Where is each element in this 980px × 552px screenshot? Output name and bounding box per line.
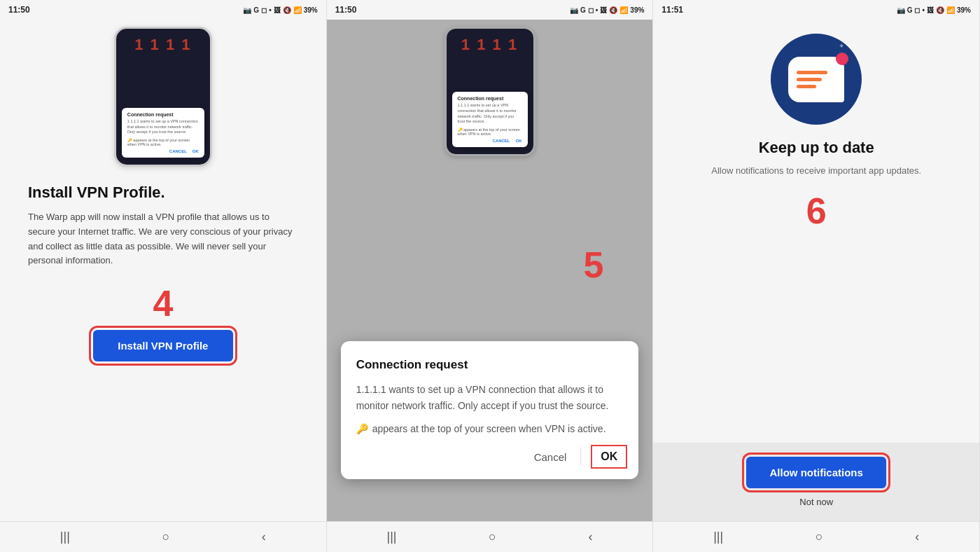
image-icon: 🖼 [274,6,281,14]
install-btn-wrapper: Install VPN Profile [28,330,298,361]
time-3: 11:51 [662,5,683,15]
inner-dialog-title-1: Connection request [127,112,199,117]
phone-inner-dialog-1: Connection request 1.1.1.1 wants to set … [122,108,204,158]
notification-icon: ✦ ✦ [771,34,862,125]
status-icons-2: 📷 G ◻ • 🖼 🔇 📶 39% [570,6,644,14]
inner-dialog-key-1: 🔑 appears at the top of your screen when… [127,138,199,146]
dot-icon-3: ◻ [914,6,920,14]
phone-mockup-1: 1 1 1 1 Connection request 1.1.1.1 wants… [114,27,212,167]
panel1-text: Install VPN Profile. The Warp app will n… [21,184,305,361]
notif-line-1 [797,71,827,74]
not-now-button[interactable]: Not now [799,497,833,507]
signal-icon-2: 📶 [620,6,628,14]
mute-icon-2: 🔇 [609,6,617,14]
panel-3: 11:51 📷 G ◻ • 🖼 🔇 📶 39% [653,0,980,552]
notif-bubble [788,57,844,102]
panel-2: 11:50 📷 G ◻ • 🖼 🔇 📶 39% 1 1 1 1 Connecti… [327,0,654,552]
image-icon-3: 🖼 [927,6,934,14]
status-icons-1: 📷 G ◻ • 🖼 🔇 📶 39% [243,6,317,14]
phone-mockup-2: 1 1 1 1 Connection request 1.1.1.1 wants… [444,27,536,156]
camera-icon: 📷 [243,6,251,14]
square-icon: ◻ [261,6,267,14]
inner-dialog-key-2: 🔑 appears at the top of your screen when… [458,127,522,136]
panel1-content: 1 1 1 1 Connection request 1.1.1.1 wants… [0,20,326,521]
notif-line-3 [797,85,816,88]
image-icon-2: 🖼 [600,6,607,14]
modal-title: Connection request [356,358,624,372]
mute-icon: 🔇 [283,6,291,14]
modal-cancel-button[interactable]: Cancel [534,451,567,463]
nav-back-3[interactable]: ‹ [915,530,919,544]
install-vpn-button[interactable]: Install VPN Profile [93,330,233,361]
bullet-3: • [922,6,925,14]
inner-cancel-2: Cancel [493,139,510,143]
panel3-content: ✦ ✦ Keep up to date Allow notifications … [653,20,979,443]
notif-dot [836,53,848,65]
modal-body: 1.1.1.1 wants to set up a VPN connection… [356,382,624,413]
status-bar-3: 11:51 📷 G ◻ • 🖼 🔇 📶 39% [653,0,979,20]
nav-bar-1: ||| ○ ‹ [0,521,326,552]
g-icon-2: G [580,6,586,14]
status-bar-2: 11:50 📷 G ◻ • 🖼 🔇 📶 39% [327,0,653,20]
g-icon: G [253,6,259,14]
status-bar-1: 11:50 📷 G ◻ • 🖼 🔇 📶 39% [0,0,326,20]
step-number-6: 6 [806,190,827,232]
install-desc: The Warp app will now install a VPN prof… [28,210,298,268]
signal-icon-3: 📶 [946,6,955,14]
notif-circle: ✦ ✦ [771,34,862,125]
modal-key-row: 🔑 appears at the top of your screen when… [356,423,624,434]
step-number-5: 5 [583,244,603,286]
g-icon-3: G [907,6,913,14]
modal-ok-button[interactable]: OK [595,449,623,464]
nav-back-1[interactable]: ‹ [262,530,266,544]
screen-digits-2: 1 1 1 1 [447,36,533,54]
battery-3: 39% [957,6,971,14]
nav-menu-1[interactable]: ||| [60,530,70,544]
inner-ok-1: OK [192,149,199,153]
modal-key-text: appears at the top of your screen when V… [372,423,606,434]
panel2-screen: 1 1 1 1 Connection request 1.1.1.1 wants… [327,20,653,521]
keep-updated-desc: Allow notifications to receive important… [711,164,921,179]
key-icon: 🔑 [356,423,368,434]
dot-icon: • [269,6,272,14]
notif-bubble-wrapper [788,57,844,102]
inner-dialog-body-2: 1.1.1.1 wants to set up a VPN connection… [458,103,522,125]
signal-icon: 📶 [293,6,302,14]
battery-1: 39% [304,6,318,14]
inner-cancel-1: CANCEL [169,149,187,153]
notif-line-2 [797,78,822,81]
modal-divider [580,448,581,465]
phone-screen-1: 1 1 1 1 Connection request 1.1.1.1 wants… [116,29,210,165]
camera-icon-2: 📷 [570,6,578,14]
nav-back-2[interactable]: ‹ [589,530,593,544]
nav-menu-3[interactable]: ||| [713,530,723,544]
panel-1: 11:50 📷 G ◻ • 🖼 🔇 📶 39% 1 1 1 1 Connecti… [0,0,327,552]
square-icon-2: ◻ [588,6,594,14]
allow-notifications-button[interactable]: Allow notifications [746,457,886,488]
dot-icon-2: • [596,6,598,14]
nav-home-1[interactable]: ○ [162,530,169,544]
time-1: 11:50 [8,5,30,15]
phone-inner-dialog-2: Connection request 1.1.1.1 wants to set … [452,92,528,147]
time-2: 11:50 [335,5,357,15]
inner-dialog-buttons-2: Cancel OK [458,139,522,143]
keep-updated-title: Keep up to date [759,139,874,157]
nav-menu-2[interactable]: ||| [386,530,396,544]
mute-icon-3: 🔇 [936,6,944,14]
stars-decoration: ✦ ✦ [839,42,852,50]
modal-buttons: Cancel OK [356,448,624,465]
connection-request-modal: Connection request 1.1.1.1 wants to set … [341,341,639,479]
inner-dialog-buttons-1: CANCEL OK [127,149,199,153]
step-number-4: 4 [28,282,298,324]
inner-dialog-title-2: Connection request [458,96,522,101]
status-icons-3: 📷 G ◻ • 🖼 🔇 📶 39% [897,6,971,14]
battery-2: 39% [630,6,644,14]
nav-bar-2: ||| ○ ‹ [327,521,653,552]
phone-screen-2: 1 1 1 1 Connection request 1.1.1.1 wants… [447,29,533,154]
install-title: Install VPN Profile. [28,184,298,202]
nav-home-3[interactable]: ○ [816,530,823,544]
nav-bar-3: ||| ○ ‹ [653,521,979,552]
nav-home-2[interactable]: ○ [489,530,496,544]
inner-dialog-body-1: 1.1.1.1 wants to set up a VPN connection… [127,119,199,135]
screen-digits-1: 1 1 1 1 [116,36,210,54]
